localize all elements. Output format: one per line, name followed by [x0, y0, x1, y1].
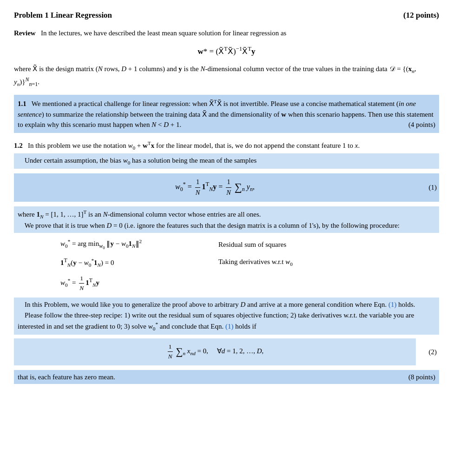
- review-paragraph: Review In the lectures, we have describe…: [14, 28, 439, 39]
- proof-step-2-formula: 1TN(y − w0*1N) = 0: [60, 256, 190, 269]
- where-text: where X̃ is the design matrix (N rows, D…: [14, 64, 439, 88]
- equation-1-row: w0* = 1N1TNy = 1N ∑n yn, (1): [14, 173, 439, 201]
- eqn1-link-1: (1): [388, 301, 397, 308]
- review-section: Review In the lectures, we have describe…: [14, 28, 439, 89]
- proof-step-2: 1TN(y − w0*1N) = 0 Taking derivatives w.…: [60, 256, 439, 269]
- equation-1-number: (1): [416, 182, 439, 193]
- prove-text: We prove that it is true when D = 0 (i.e…: [18, 220, 435, 231]
- review-label: Review: [14, 29, 36, 37]
- section-1-2-under: Under certain assumption, the bias w0 ha…: [14, 153, 439, 169]
- proof-step-1: w0* = arg minw0 ‖y − w01N‖2 Residual sum…: [60, 238, 439, 251]
- section-1-2-number: 1.2: [14, 142, 23, 149]
- where-1N-text: where 1N = [1, 1, …, 1]T is an N-dimensi…: [18, 208, 435, 221]
- review-text: In the lectures, we have described the l…: [41, 29, 287, 37]
- problem-header: Problem 1 Linear Regression (12 points): [14, 9, 439, 21]
- proof-step-2-desc: Taking derivatives w.r.t w0: [218, 257, 293, 268]
- proof-step-1-formula: w0* = arg minw0 ‖y − w01N‖2: [60, 238, 190, 251]
- final-line: that is, each feature has zero mean. (8 …: [14, 370, 439, 384]
- equation-2-number: (2): [416, 347, 439, 357]
- section-1-2: 1.2 In this problem we use the notation …: [14, 139, 439, 384]
- generalize-section: In this Problem, we would like you to ge…: [14, 298, 439, 335]
- follow-text: Please follow the three-step recipe: 1) …: [18, 310, 435, 333]
- proof-step-1-desc: Residual sum of squares: [218, 239, 286, 250]
- final-text: that is, each feature has zero mean.: [18, 372, 115, 383]
- proof-step-3-formula: w0* = 1N1TNy: [60, 274, 190, 293]
- main-formula: w* = (X̃TX̃)−1X̃Ty: [14, 45, 439, 57]
- proof-step-3: w0* = 1N1TNy: [60, 274, 439, 293]
- section-1-1-text: 1.1 We mentioned a practical challenge f…: [18, 98, 435, 130]
- equation-2-content: 1N ∑n xnd = 0, ∀d = 1, 2, …, D,: [14, 338, 416, 365]
- problem-title: Problem 1 Linear Regression: [14, 9, 112, 21]
- eqn1-link-2: (1): [225, 323, 234, 330]
- section-1-2-header: 1.2 In this problem we use the notation …: [14, 139, 439, 152]
- generalize-text: In this Problem, we would like you to ge…: [18, 299, 435, 310]
- equation-2-row: 1N ∑n xnd = 0, ∀d = 1, 2, …, D, (2): [14, 338, 439, 365]
- section-1-1-number: 1.1: [18, 100, 26, 107]
- where-1N-section: where 1N = [1, 1, …, 1]T is an N-dimensi…: [14, 206, 439, 233]
- final-points: (8 points): [408, 372, 435, 383]
- problem-points: (12 points): [403, 9, 439, 21]
- section-1-1-points: (4 points): [408, 119, 435, 130]
- under-assumption-text: Under certain assumption, the bias w0 ha…: [18, 155, 435, 167]
- section-1-1: 1.1 We mentioned a practical challenge f…: [14, 95, 439, 133]
- equation-1-content: w0* = 1N1TNy = 1N ∑n yn,: [14, 173, 416, 201]
- page: Problem 1 Linear Regression (12 points) …: [14, 9, 439, 384]
- proof-steps: w0* = arg minw0 ‖y − w01N‖2 Residual sum…: [60, 238, 439, 293]
